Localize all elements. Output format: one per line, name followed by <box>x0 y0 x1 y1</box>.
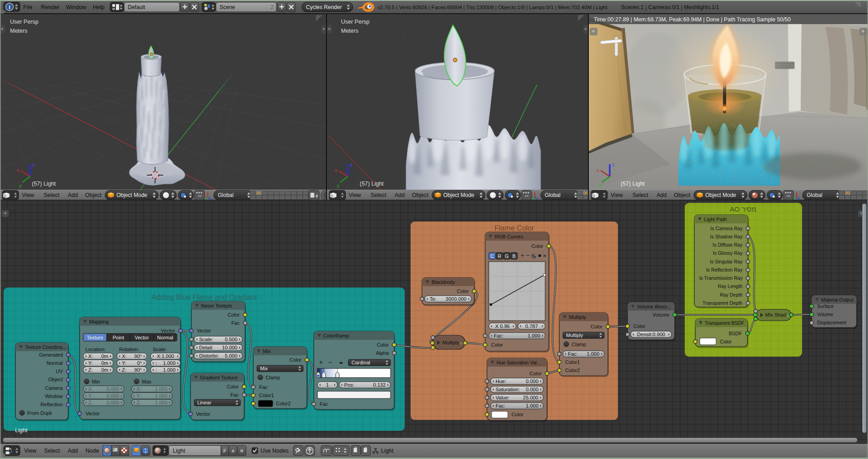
svg-text:User Persp: User Persp <box>341 19 370 25</box>
svg-text:0.787: 0.787 <box>525 323 538 329</box>
svg-text:Normal: Normal <box>157 335 173 340</box>
svg-text:Add: Add <box>395 192 405 198</box>
svg-text:UV: UV <box>56 368 63 374</box>
svg-text:10.000: 10.000 <box>222 345 237 350</box>
svg-text:Vector: Vector <box>85 411 100 416</box>
svg-text:Global: Global <box>545 192 561 198</box>
svg-text:0m: 0m <box>101 367 108 373</box>
svg-text:Clamp: Clamp <box>572 342 586 347</box>
svg-text:x: x <box>17 167 20 173</box>
svg-text:Object: Object <box>48 377 63 382</box>
svg-text:+: + <box>319 358 323 366</box>
svg-text:0m: 0m <box>101 360 108 366</box>
svg-text:1.000: 1.000 <box>163 367 176 373</box>
svg-text:(57) Light: (57) Light <box>32 181 56 187</box>
svg-text:v2.70.5 | Verts:60926 | Faces:: v2.70.5 | Verts:60926 | Faces:60004 | Tr… <box>377 4 608 10</box>
svg-text:Light: Light <box>15 427 28 434</box>
svg-text:Is Reflection Ray: Is Reflection Ray <box>706 267 743 272</box>
svg-text:R: R <box>498 253 502 259</box>
svg-text:Z:: Z: <box>136 400 141 405</box>
svg-text:0.000: 0.000 <box>526 378 538 384</box>
svg-text:ColorRamp: ColorRamp <box>323 333 349 338</box>
svg-text:z: z <box>612 162 615 167</box>
svg-text:Y:: Y: <box>88 393 93 398</box>
svg-text:Color: Color <box>512 412 524 417</box>
svg-text:Color: Color <box>720 339 732 344</box>
svg-text:1.000: 1.000 <box>526 403 538 409</box>
svg-text:Scene: Scene <box>220 4 235 10</box>
svg-text:View: View <box>349 192 361 198</box>
svg-text:Color: Color <box>377 342 389 348</box>
svg-text:z: z <box>32 162 35 167</box>
svg-text:Blackbody: Blackbody <box>431 279 455 285</box>
svg-text:Fac:: Fac: <box>494 333 503 338</box>
svg-text:Fac:: Fac: <box>568 351 577 357</box>
svg-text:Pos:: Pos: <box>344 382 354 388</box>
svg-text:Color: Color <box>457 288 469 294</box>
svg-text:Object Mode: Object Mode <box>705 192 736 198</box>
svg-text:Scenes:1 | Cameras:0/1 | Meshl: Scenes:1 | Cameras:0/1 | Meshlights:1/1 <box>621 4 719 10</box>
svg-text:0.000: 0.000 <box>106 386 119 392</box>
svg-text:AO מסיר: AO מסיר <box>730 205 756 213</box>
svg-text:+: + <box>327 26 331 32</box>
svg-text:Select: Select <box>44 448 60 454</box>
svg-text:Surface: Surface <box>817 303 834 309</box>
svg-text:0°: 0° <box>137 360 142 366</box>
svg-text:Object Mode: Object Mode <box>116 192 147 198</box>
svg-text:Is Singular Ray: Is Singular Ray <box>710 259 743 264</box>
svg-text:i: i <box>9 4 10 10</box>
svg-text:Use Nodes: Use Nodes <box>261 448 289 454</box>
svg-text:Light: Light <box>173 448 186 454</box>
svg-text:Mapping: Mapping <box>89 319 109 324</box>
svg-text:5.000: 5.000 <box>225 353 237 358</box>
svg-text:From Dupli: From Dupli <box>27 410 52 416</box>
svg-text:1.000: 1.000 <box>527 333 540 338</box>
svg-text:Gradient Texture: Gradient Texture <box>200 375 238 380</box>
svg-text:Color: Color <box>290 357 302 363</box>
svg-text:Linear: Linear <box>197 400 211 405</box>
svg-text:Add: Add <box>68 448 78 454</box>
svg-text:Color: Color <box>633 323 646 329</box>
svg-text:B: B <box>512 253 516 259</box>
svg-text:Multiply: Multiply <box>442 340 460 345</box>
svg-text:Color2: Color2 <box>565 368 580 373</box>
svg-text:Hue:: Hue: <box>496 378 506 384</box>
svg-text:Object: Object <box>412 192 429 198</box>
svg-text:Ray Length: Ray Length <box>718 283 743 289</box>
svg-text:Y:: Y: <box>88 360 93 366</box>
svg-text:Fac: Fac <box>231 392 239 398</box>
svg-text:90°: 90° <box>134 367 142 373</box>
svg-text:3000.000: 3000.000 <box>446 296 467 302</box>
svg-text:Z:: Z: <box>88 367 93 373</box>
svg-text:X:: X: <box>88 353 93 359</box>
svg-text:Is Transmission Ray: Is Transmission Ray <box>699 275 743 281</box>
svg-text:Mix: Mix <box>260 366 268 371</box>
svg-text:+: + <box>322 26 325 32</box>
svg-text:Vector: Vector <box>161 328 176 333</box>
svg-text:Y:: Y: <box>122 360 126 366</box>
svg-text:Displacement: Displacement <box>817 320 846 325</box>
svg-text:Densit:0.900: Densit:0.900 <box>637 332 665 337</box>
svg-text:Select: Select <box>44 192 60 198</box>
svg-text:Cycles Render: Cycles Render <box>306 4 342 10</box>
svg-text:Multiply: Multiply <box>569 314 586 320</box>
svg-text:Cardinal: Cardinal <box>351 360 370 365</box>
svg-text:Help: Help <box>93 4 105 10</box>
svg-text:Color1: Color1 <box>259 393 274 398</box>
svg-text:Flame Color: Flame Color <box>494 224 534 232</box>
svg-text:Scale:: Scale: <box>199 337 213 342</box>
svg-text:Color: Color <box>227 384 239 389</box>
svg-text:C: C <box>491 253 494 259</box>
svg-text:Object Mode: Object Mode <box>443 192 474 198</box>
svg-text:X:1.000: X:1.000 <box>157 353 174 359</box>
svg-text:y: y <box>19 183 22 188</box>
svg-text:Fac: Fac <box>259 384 268 390</box>
svg-text:Point: Point <box>113 335 124 340</box>
svg-text:Transparent Depth: Transparent Depth <box>702 300 743 306</box>
svg-text:Global: Global <box>807 192 823 198</box>
svg-text:2: 2 <box>271 4 274 10</box>
svg-text:+: + <box>861 28 864 35</box>
svg-text:Z:: Z: <box>88 400 93 405</box>
svg-text:Y:: Y: <box>136 393 141 398</box>
svg-text:Fac:: Fac: <box>496 403 505 409</box>
